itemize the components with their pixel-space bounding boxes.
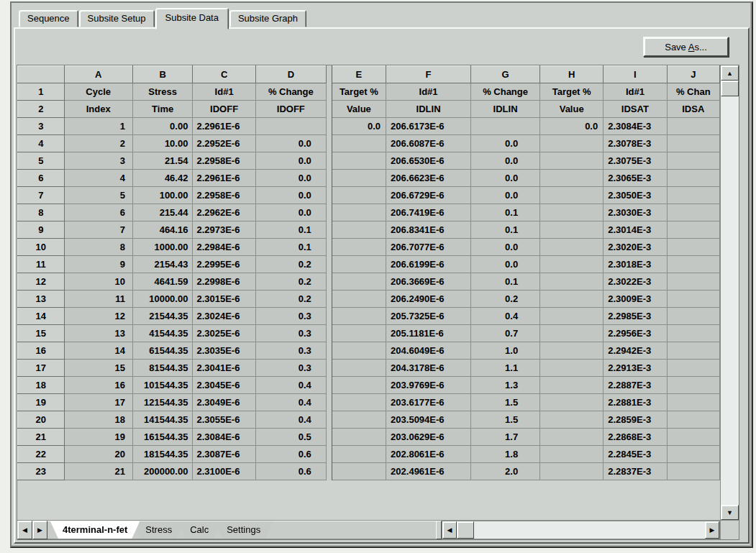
cell-J5[interactable] <box>667 152 719 170</box>
cell-F4[interactable]: 206.6087E-6 <box>386 135 471 152</box>
cell-D3[interactable] <box>255 118 326 135</box>
cell-H12[interactable] <box>540 273 604 291</box>
cell-G9[interactable]: 0.1 <box>471 221 540 239</box>
cell-G21[interactable]: 1.7 <box>471 429 540 446</box>
cell-I9[interactable]: 2.3014E-3 <box>604 221 667 239</box>
cell-F1[interactable]: Id#1 <box>386 83 471 101</box>
row-header-12[interactable]: 12 <box>18 273 65 291</box>
cell-B19[interactable]: 121544.35 <box>132 394 193 411</box>
row-header-10[interactable]: 10 <box>18 239 65 256</box>
cell-G12[interactable]: 0.1 <box>471 273 540 291</box>
cell-D22[interactable]: 0.6 <box>255 446 326 463</box>
row-header-8[interactable]: 8 <box>18 204 65 221</box>
cell-D19[interactable]: 0.4 <box>255 394 326 411</box>
cell-J19[interactable] <box>667 394 719 411</box>
cell-F20[interactable]: 203.5094E-6 <box>386 411 471 429</box>
cell-D2[interactable]: IDOFF <box>255 101 326 118</box>
cell-J6[interactable] <box>667 170 719 187</box>
row-header-21[interactable]: 21 <box>18 429 65 446</box>
vertical-scroll-thumb[interactable] <box>721 81 739 96</box>
cell-D9[interactable]: 0.1 <box>255 221 326 239</box>
cell-E23[interactable] <box>332 463 386 480</box>
cell-B3[interactable]: 0.00 <box>132 118 193 135</box>
cell-F8[interactable]: 206.7419E-6 <box>386 204 471 221</box>
cell-D7[interactable]: 0.0 <box>255 187 326 204</box>
cell-G14[interactable]: 0.4 <box>471 308 540 325</box>
cell-A7[interactable]: 5 <box>64 187 132 204</box>
cell-H8[interactable] <box>540 204 604 221</box>
cell-G23[interactable]: 2.0 <box>471 463 540 480</box>
cell-I5[interactable]: 2.3075E-3 <box>604 152 667 170</box>
cell-I16[interactable]: 2.2942E-3 <box>604 342 667 360</box>
cell-I6[interactable]: 2.3065E-3 <box>604 170 667 187</box>
cell-A19[interactable]: 17 <box>64 394 132 411</box>
tab-sequence[interactable]: Sequence <box>19 10 78 27</box>
cell-E17[interactable] <box>332 360 386 377</box>
cell-E2[interactable]: Value <box>332 101 386 118</box>
cell-B16[interactable]: 61544.35 <box>132 342 193 360</box>
cell-I19[interactable]: 2.2881E-3 <box>604 394 667 411</box>
cell-A17[interactable]: 15 <box>64 360 132 377</box>
cell-I2[interactable]: IDSAT <box>604 101 667 118</box>
cell-C19[interactable]: 2.3049E-6 <box>193 394 255 411</box>
cell-G18[interactable]: 1.3 <box>471 377 540 394</box>
cell-C10[interactable]: 2.2984E-6 <box>193 239 255 256</box>
row-header-16[interactable]: 16 <box>18 342 65 360</box>
cell-I4[interactable]: 2.3078E-3 <box>604 135 667 152</box>
cell-C16[interactable]: 2.3035E-6 <box>193 342 255 360</box>
cell-E22[interactable] <box>332 446 386 463</box>
row-header-7[interactable]: 7 <box>18 187 65 204</box>
cell-J8[interactable] <box>667 204 719 221</box>
cell-C5[interactable]: 2.2958E-6 <box>193 152 255 170</box>
cell-I8[interactable]: 2.3030E-3 <box>604 204 667 221</box>
column-header-I[interactable]: I <box>604 66 667 83</box>
scroll-left-icon[interactable]: ◀ <box>442 521 457 539</box>
cell-I12[interactable]: 2.3022E-3 <box>604 273 667 291</box>
cell-F17[interactable]: 204.3178E-6 <box>386 360 471 377</box>
cell-H21[interactable] <box>540 429 604 446</box>
column-header-C[interactable]: C <box>193 66 255 83</box>
cell-E7[interactable] <box>332 187 386 204</box>
row-header-14[interactable]: 14 <box>18 308 65 325</box>
cell-H6[interactable] <box>540 170 604 187</box>
cell-D13[interactable]: 0.2 <box>255 291 326 308</box>
cell-C9[interactable]: 2.2973E-6 <box>193 221 255 239</box>
row-header-13[interactable]: 13 <box>18 291 65 308</box>
row-header-20[interactable]: 20 <box>18 411 65 429</box>
horizontal-scrollbar[interactable]: ◀ ▶ <box>442 521 720 539</box>
cell-B10[interactable]: 1000.00 <box>132 239 193 256</box>
cell-F9[interactable]: 206.8341E-6 <box>386 221 471 239</box>
column-header-B[interactable]: B <box>132 66 193 83</box>
cell-I21[interactable]: 2.2868E-3 <box>604 429 667 446</box>
cell-F18[interactable]: 203.9769E-6 <box>386 377 471 394</box>
cell-D11[interactable]: 0.2 <box>255 256 326 273</box>
cell-I15[interactable]: 2.2956E-3 <box>604 325 667 342</box>
cell-G5[interactable]: 0.0 <box>471 152 540 170</box>
cell-B21[interactable]: 161544.35 <box>132 429 193 446</box>
cell-H3[interactable]: 0.0 <box>540 118 604 135</box>
cell-I7[interactable]: 2.3050E-3 <box>604 187 667 204</box>
cell-G10[interactable]: 0.0 <box>471 239 540 256</box>
cell-I1[interactable]: Id#1 <box>604 83 667 101</box>
cell-B9[interactable]: 464.16 <box>132 221 193 239</box>
cell-D18[interactable]: 0.4 <box>255 377 326 394</box>
cell-I3[interactable]: 2.3084E-3 <box>604 118 667 135</box>
sheet-tab-settings[interactable]: Settings <box>214 521 273 539</box>
cell-F13[interactable]: 206.2490E-6 <box>386 291 471 308</box>
cell-H4[interactable] <box>540 135 604 152</box>
cell-F23[interactable]: 202.4961E-6 <box>386 463 471 480</box>
cell-F10[interactable]: 206.7077E-6 <box>386 239 471 256</box>
column-header-G[interactable]: G <box>471 66 540 83</box>
scroll-down-icon[interactable]: ▼ <box>721 505 739 520</box>
cell-F16[interactable]: 204.6049E-6 <box>386 342 471 360</box>
scroll-up-icon[interactable]: ▲ <box>721 65 739 81</box>
column-header-F[interactable]: F <box>386 66 471 83</box>
cell-A20[interactable]: 18 <box>64 411 132 429</box>
row-header-17[interactable]: 17 <box>18 360 65 377</box>
cell-J2[interactable]: IDSA <box>667 101 719 118</box>
cell-J4[interactable] <box>667 135 719 152</box>
cell-B18[interactable]: 101544.35 <box>132 377 193 394</box>
select-all-corner[interactable] <box>18 66 65 83</box>
cell-E9[interactable] <box>332 221 386 239</box>
cell-F15[interactable]: 205.1181E-6 <box>386 325 471 342</box>
